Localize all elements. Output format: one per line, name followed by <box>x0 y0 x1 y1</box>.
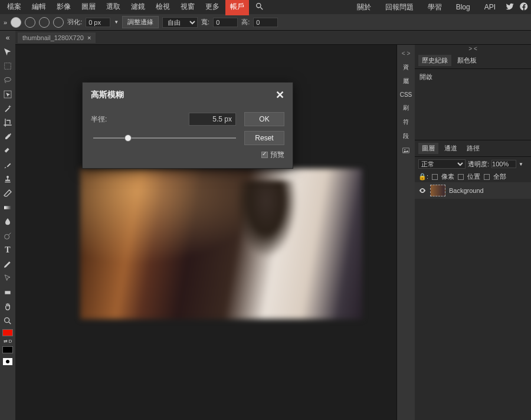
search-icon[interactable] <box>250 0 269 15</box>
stamp-tool-icon[interactable] <box>2 173 14 185</box>
pen-tool-icon[interactable] <box>2 258 14 270</box>
radius-input[interactable] <box>189 113 236 126</box>
layer-name: Background <box>449 187 484 194</box>
hand-tool-icon[interactable] <box>2 301 14 313</box>
menu-image[interactable]: 影像 <box>52 0 76 15</box>
collapse-handle-icon[interactable]: < > <box>401 50 411 57</box>
menu-bar: 檔案 編輯 影像 圖層 選取 濾鏡 檢視 視窗 更多 帳戶 關於 回報問題 學習… <box>0 0 531 14</box>
ok-button[interactable]: OK <box>244 112 284 126</box>
tab-history[interactable]: 歷史紀錄 <box>418 55 451 66</box>
wand-tool-icon[interactable] <box>2 103 14 114</box>
path-select-tool-icon[interactable] <box>2 273 14 284</box>
layer-row[interactable]: Background <box>415 182 531 199</box>
shape-ellipse-sub-icon[interactable] <box>39 17 50 28</box>
collapse-icon[interactable]: « <box>2 32 14 44</box>
shape-ellipse-inter-icon[interactable] <box>53 17 64 28</box>
dialog-close-icon[interactable]: ✕ <box>276 88 284 101</box>
close-tab-icon[interactable]: × <box>87 34 91 41</box>
dodge-tool-icon[interactable] <box>2 230 14 242</box>
radius-slider[interactable] <box>93 133 236 143</box>
lock-position-checkbox[interactable] <box>458 174 464 180</box>
menu-edit[interactable]: 編輯 <box>27 0 51 15</box>
tab-swatches[interactable]: 顏色板 <box>454 55 480 66</box>
swap-colors-icon[interactable]: ⇄ <box>4 339 8 344</box>
link-learn[interactable]: 學習 <box>423 0 447 15</box>
tab-channels[interactable]: 通道 <box>441 143 461 154</box>
eraser-tool-icon[interactable] <box>2 188 14 199</box>
history-item-open[interactable]: 開啟 <box>419 71 526 83</box>
menu-more[interactable]: 更多 <box>201 0 224 15</box>
type-tool-icon[interactable]: T <box>2 244 14 256</box>
menu-window[interactable]: 視窗 <box>176 0 199 15</box>
brush-tool-icon[interactable] <box>2 159 14 171</box>
layers-panel-tabs: 圖層 通道 路徑 <box>415 140 531 157</box>
blur-tool-icon[interactable] <box>2 216 14 228</box>
link-blog[interactable]: Blog <box>451 1 475 14</box>
lock-all-checkbox[interactable] <box>484 174 490 180</box>
reset-button[interactable]: Reset <box>244 131 284 145</box>
mini-tab-image-icon[interactable] <box>402 146 410 156</box>
quickmask-icon[interactable] <box>2 356 14 368</box>
preview-checkbox[interactable] <box>261 152 268 158</box>
tab-layers[interactable]: 圖層 <box>418 143 438 154</box>
svg-point-6 <box>5 318 9 323</box>
lock-pixels-checkbox[interactable] <box>432 174 438 180</box>
gradient-tool-icon[interactable] <box>2 202 14 214</box>
mini-tab-char[interactable]: 符 <box>403 118 409 126</box>
menu-view[interactable]: 檢視 <box>151 0 175 15</box>
facebook-icon[interactable] <box>519 2 529 13</box>
zoom-tool-icon[interactable] <box>2 315 14 327</box>
mini-tab-css[interactable]: CSS <box>400 91 412 98</box>
mode-select[interactable]: 自由 <box>162 17 198 28</box>
link-api[interactable]: API <box>480 1 500 14</box>
link-about[interactable]: 關於 <box>352 0 376 15</box>
shape-ellipse-filled-icon[interactable] <box>11 17 21 28</box>
history-panel-tabs: 歷史紀錄 顏色板 <box>415 52 531 69</box>
canvas-area[interactable]: 高斯模糊 ✕ 半徑: OK Reset <box>15 45 396 420</box>
adjust-edges-button[interactable]: 調整邊緣 <box>122 16 159 28</box>
feather-input[interactable] <box>86 18 110 27</box>
default-colors-label[interactable]: D <box>9 339 12 344</box>
menu-filter[interactable]: 濾鏡 <box>126 0 150 15</box>
menu-account[interactable]: 帳戶 <box>225 0 249 15</box>
mini-tab-para[interactable]: 段 <box>403 132 409 140</box>
feather-dropdown-icon[interactable]: ▼ <box>114 19 119 25</box>
width-input[interactable] <box>213 18 238 27</box>
marquee-tool-icon[interactable] <box>2 60 14 72</box>
svg-point-1 <box>5 77 11 81</box>
shape-ellipse-add-icon[interactable] <box>25 17 35 28</box>
dialog-title: 高斯模糊 <box>91 90 124 100</box>
blend-mode-select[interactable]: 正常 <box>418 159 466 169</box>
crop-tool-icon[interactable] <box>2 117 14 129</box>
background-color-swatch[interactable] <box>2 346 13 353</box>
height-input[interactable] <box>253 18 278 27</box>
foreground-color-swatch[interactable] <box>2 329 13 336</box>
link-report[interactable]: 回報問題 <box>381 0 418 15</box>
eyedropper-tool-icon[interactable] <box>2 131 14 143</box>
opacity-dropdown-icon[interactable]: ▼ <box>519 162 523 167</box>
object-select-tool-icon[interactable] <box>2 88 14 100</box>
document-tab[interactable]: thumbnail_1280X720 × <box>18 32 96 43</box>
heal-tool-icon[interactable] <box>2 145 14 157</box>
shape-tool-icon[interactable] <box>2 287 14 298</box>
document-tab-bar: thumbnail_1280X720 × <box>15 31 531 45</box>
mini-tab-brush[interactable]: 刷 <box>403 104 409 112</box>
panel-collapse-icon[interactable]: > < <box>415 45 531 52</box>
mini-tab-props[interactable]: 屬 <box>403 77 409 86</box>
expand-icon[interactable]: » <box>4 19 7 26</box>
mini-tab-info[interactable]: 資 <box>403 63 409 71</box>
visibility-icon[interactable] <box>418 186 427 195</box>
right-panels: < > 資 屬 CSS 刷 符 段 > < 歷史紀錄 顏色板 開啟 圖層 通道 … <box>396 45 531 420</box>
height-label: 高: <box>241 18 250 27</box>
menu-file[interactable]: 檔案 <box>2 0 26 15</box>
opacity-label: 透明度: <box>468 160 489 169</box>
lasso-tool-icon[interactable] <box>2 74 14 86</box>
menu-layer[interactable]: 圖層 <box>77 0 100 15</box>
opacity-input[interactable] <box>491 160 516 168</box>
slider-thumb-icon[interactable] <box>124 134 132 142</box>
move-tool-icon[interactable] <box>2 46 14 58</box>
tab-paths[interactable]: 路徑 <box>463 143 483 154</box>
menu-select[interactable]: 選取 <box>101 0 125 15</box>
twitter-icon[interactable] <box>505 2 514 13</box>
svg-point-8 <box>404 149 405 150</box>
